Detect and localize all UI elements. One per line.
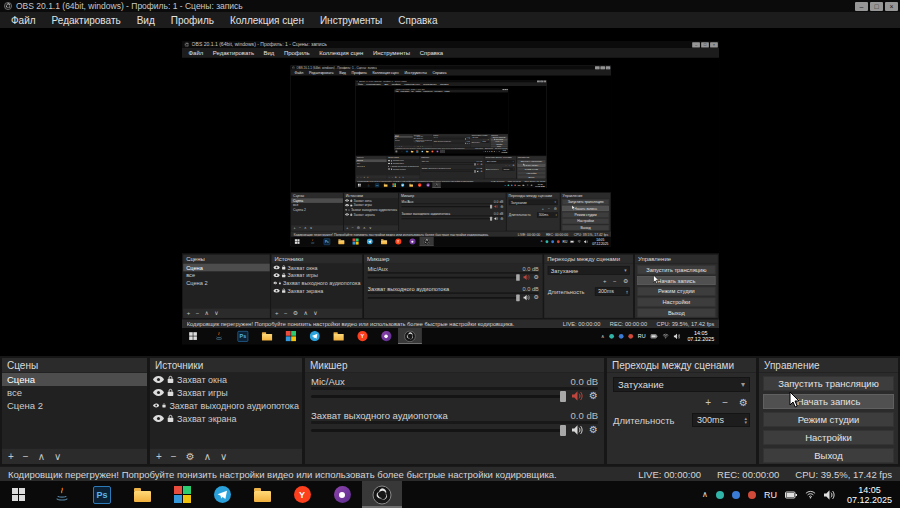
lock-icon[interactable] xyxy=(167,414,174,423)
language-indicator[interactable]: RU xyxy=(764,490,777,500)
add-source-icon[interactable]: + xyxy=(156,451,162,462)
lock-icon[interactable] xyxy=(162,401,166,410)
close-button: × xyxy=(605,65,610,68)
taskbar-app-grid[interactable] xyxy=(162,481,202,508)
window-title: OBS 20.1.1 (64bit, windows) - Профиль: 1… xyxy=(16,1,243,11)
docks-row: Сцены Сцена все Сцена 2 + − ∧ ∨ Источник… xyxy=(290,191,610,230)
menu-tools[interactable]: Инструменты xyxy=(312,15,390,26)
volume-slider xyxy=(367,276,519,278)
tray-icon-blue xyxy=(510,183,512,185)
source-item[interactable]: Захват экрана xyxy=(150,412,302,425)
taskbar-app-obs[interactable] xyxy=(362,481,402,508)
start-streaming-button[interactable]: Запустить трансляцию xyxy=(763,376,894,391)
transitions-dock: Переходы между сценами Затухание ▾ + − ⚙… xyxy=(607,358,756,464)
volume-slider[interactable] xyxy=(311,395,566,398)
taskbar-app-photoshop[interactable]: Ps xyxy=(82,481,122,508)
network-wifi-icon[interactable] xyxy=(805,490,816,499)
taskbar-app-yandex-browser[interactable]: Y xyxy=(282,481,322,508)
lock-icon xyxy=(389,164,390,166)
remove-transition-icon[interactable]: − xyxy=(722,397,728,408)
lock-icon xyxy=(349,198,351,201)
source-item[interactable]: Захват выходного аудиопотока xyxy=(150,399,302,412)
settings-button[interactable]: Настройки xyxy=(763,430,894,445)
controls-dock: Управление Запустить трансляцию Начать з… xyxy=(759,358,898,464)
tray-icon-red xyxy=(513,183,515,185)
taskbar-app-telegram[interactable] xyxy=(202,481,242,508)
source-item[interactable]: Захват игры xyxy=(150,386,302,399)
move-source-up-icon: ∧ xyxy=(419,145,420,146)
mute-speaker-icon[interactable] xyxy=(572,391,583,401)
spin-down-icon[interactable]: ▾ xyxy=(744,420,747,425)
tray-icon-blue[interactable] xyxy=(732,491,740,499)
remove-scene-icon[interactable]: − xyxy=(23,451,29,462)
move-source-up-icon[interactable]: ∧ xyxy=(204,451,211,462)
transition-properties-gear-icon[interactable]: ⚙ xyxy=(739,397,748,408)
lock-icon[interactable] xyxy=(167,388,174,397)
scene-item[interactable]: все xyxy=(2,386,147,399)
start-button[interactable] xyxy=(0,481,36,508)
minimize-button[interactable]: – xyxy=(855,2,868,11)
source-item[interactable]: Захват окна xyxy=(150,373,302,386)
menubar: Файл Редактировать Вид Профиль Коллекция… xyxy=(182,48,719,58)
maximize-button[interactable]: □ xyxy=(870,2,883,11)
language-indicator: RU xyxy=(490,150,492,151)
transitions-body: Затухание ▾ + − ⚙ Длительность 300ms ▴ ▾ xyxy=(506,197,559,229)
tray-icon-blue xyxy=(486,150,487,151)
add-transition-icon[interactable]: + xyxy=(705,397,711,408)
transition-select[interactable]: Затухание ▾ xyxy=(613,377,750,392)
remove-scene-icon: − xyxy=(195,310,198,317)
volume-slider-handle[interactable] xyxy=(560,425,566,436)
taskbar-app-java[interactable] xyxy=(42,481,82,508)
visibility-eye-icon[interactable] xyxy=(153,415,164,422)
taskbar-app-media-player[interactable] xyxy=(322,481,362,508)
menu-edit[interactable]: Редактировать xyxy=(44,15,129,26)
remove-source-icon[interactable]: − xyxy=(171,451,177,462)
visibility-eye-icon[interactable] xyxy=(153,389,164,396)
taskbar-app-explorer[interactable] xyxy=(122,481,162,508)
hidden-icons-chevron-icon[interactable]: ∧ xyxy=(702,490,708,499)
source-item: Захват окна xyxy=(386,158,418,161)
move-scene-up-icon[interactable]: ∧ xyxy=(38,451,45,462)
add-scene-icon[interactable]: + xyxy=(8,451,14,462)
visibility-eye-icon xyxy=(344,199,348,201)
move-scene-down-icon[interactable]: ∨ xyxy=(54,451,61,462)
titlebar: OBS 20.1.1 (64bit, windows) - Профиль: 1… xyxy=(354,79,545,82)
close-button[interactable]: × xyxy=(885,2,898,11)
menubar: Файл Редактировать Вид Профиль Коллекция… xyxy=(0,12,900,28)
controls-dock: Управление Запустить трансляцию Начать з… xyxy=(489,133,507,146)
visibility-eye-icon[interactable] xyxy=(153,402,159,409)
taskbar-app-photoshop: Ps xyxy=(319,236,333,246)
move-source-down-icon[interactable]: ∨ xyxy=(220,451,227,462)
battery-icon[interactable] xyxy=(785,491,797,499)
speaker-icon[interactable] xyxy=(572,425,583,435)
tray-icon-teal[interactable] xyxy=(716,491,724,499)
start-recording-button[interactable]: Начать запись xyxy=(763,394,894,409)
exit-button[interactable]: Выход xyxy=(763,448,894,463)
duration-spinbox[interactable]: 300ms ▴ ▾ xyxy=(692,413,750,427)
menu-view[interactable]: Вид xyxy=(129,15,163,26)
volume-slider-handle[interactable] xyxy=(560,391,566,402)
preview-area[interactable]: OBS 20.1.1 (64bit, windows) - Профиль: 1… xyxy=(0,28,900,356)
lock-icon[interactable] xyxy=(167,375,174,384)
volume-slider[interactable] xyxy=(311,429,566,432)
mixer-channel-name: Mic/Aux xyxy=(311,376,345,387)
source-item: Захват выходного аудиопотока xyxy=(343,207,397,212)
obs-window: OBS 20.1.1 (64bit, windows) - Профиль: 1… xyxy=(182,41,719,344)
menu-help[interactable]: Справка xyxy=(390,15,445,26)
source-name: Захват игры xyxy=(287,272,317,278)
taskbar-app-folder2[interactable] xyxy=(242,481,282,508)
menu-profile: Профиль xyxy=(389,82,402,84)
tray-icon-red[interactable] xyxy=(748,491,756,499)
clock[interactable]: 14:05 07.12.2025 xyxy=(843,485,892,505)
scene-item[interactable]: Сцена 2 xyxy=(2,399,147,412)
visibility-eye-icon[interactable] xyxy=(153,376,164,383)
menu-file[interactable]: Файл xyxy=(3,15,44,26)
channel-settings-gear-icon[interactable]: ⚙ xyxy=(589,391,598,401)
channel-settings-gear-icon[interactable]: ⚙ xyxy=(589,425,598,435)
menu-scene-collection[interactable]: Коллекция сцен xyxy=(222,15,312,26)
menu-profile[interactable]: Профиль xyxy=(163,15,222,26)
studio-mode-button[interactable]: Режим студии xyxy=(763,412,894,427)
volume-icon[interactable] xyxy=(824,490,835,500)
scene-item[interactable]: Сцена xyxy=(2,373,147,386)
source-properties-gear-icon[interactable]: ⚙ xyxy=(186,451,195,462)
